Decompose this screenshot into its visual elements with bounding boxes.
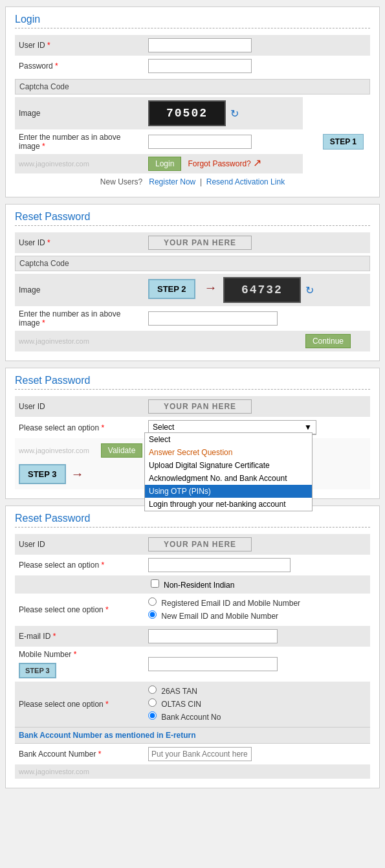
watermark-1: www.jagoinvestor.com: [19, 160, 89, 168]
login-button[interactable]: Login: [148, 157, 181, 171]
refresh-icon-2[interactable]: ↻: [305, 284, 317, 296]
reset-password-section-3: Reset Password User ID Please select an …: [5, 368, 380, 499]
radio-registered-label: Registered Email ID and Mobile Number: [161, 599, 300, 608]
forgot-password-link[interactable]: Forgot Password?: [188, 159, 250, 168]
non-resident-checkbox[interactable]: [151, 579, 159, 588]
dropdown-arrow-icon: ▼: [304, 423, 312, 432]
radio-bank[interactable]: [148, 711, 157, 720]
login-title: Login: [15, 14, 370, 28]
password-required: *: [55, 61, 58, 71]
password-input[interactable]: [148, 59, 252, 73]
userid-input[interactable]: [148, 38, 252, 52]
userid-required: *: [47, 41, 50, 50]
password-label: Password: [19, 61, 53, 71]
email-label: E-mail ID: [19, 632, 50, 641]
dropdown-item-acknowledgment[interactable]: Acknowledgment No. and Bank Account: [145, 472, 312, 485]
radio-26as-label: 26AS TAN: [161, 687, 197, 696]
dropdown-item-otp[interactable]: Using OTP (PINs): [145, 485, 312, 498]
mobile-input[interactable]: [148, 657, 278, 671]
new-users-row: New Users? Register Now | Resend Activat…: [15, 173, 370, 188]
reset-title-4: Reset Password: [15, 513, 370, 528]
reset-password-section-4: Reset Password User ID Please select an …: [5, 506, 380, 788]
pan-input-3[interactable]: [148, 399, 252, 414]
select-option-label-3: Please select an option: [19, 423, 99, 432]
bank-account-header: Bank Account Number as mentioned in E-re…: [15, 727, 370, 744]
dropdown-item-upload[interactable]: Upload Digital Signature Certificate: [145, 459, 312, 472]
radio-new-email[interactable]: [148, 610, 157, 619]
enter-number-label-2: Enter the number as in above image: [19, 309, 120, 328]
email-mobile-radio-group: Registered Email ID and Mobile Number Ne…: [148, 597, 366, 623]
captcha-image-2: 64732: [223, 277, 301, 303]
reset-title-3: Reset Password: [15, 375, 370, 390]
radio-oltas-label: OLTAS CIN: [161, 700, 201, 709]
captcha-image-1: 70502: [148, 100, 226, 126]
arrow-decoration-1: ↗: [253, 157, 261, 168]
non-resident-label: Non-Resident Indian: [164, 581, 234, 590]
validate-button[interactable]: Validate: [101, 443, 142, 458]
userid-label-4: User ID: [19, 540, 45, 549]
userid-label-2: User ID: [19, 238, 45, 247]
captcha-header-1: Captcha Code: [15, 79, 370, 95]
select-option-label-4: Please select an option: [19, 561, 99, 570]
captcha-header-2: Captcha Code: [15, 256, 370, 271]
continue-button[interactable]: Continue: [305, 334, 351, 348]
refresh-icon-1[interactable]: ↻: [230, 107, 242, 119]
radio-oltas[interactable]: [148, 698, 157, 707]
image-label-2: Image: [19, 285, 40, 295]
arrow-to-captcha: →: [204, 280, 217, 295]
radio-bank-label: Bank Account No: [161, 713, 221, 722]
radio-new-label: New Email ID and Mobile Number: [161, 612, 278, 621]
pan-input-2[interactable]: [148, 236, 252, 250]
step3-box-b: STEP 3: [19, 663, 56, 678]
watermark-2: www.jagoinvestor.com: [19, 337, 89, 345]
dropdown-item-answer[interactable]: Answer Secret Question: [145, 446, 312, 459]
step3-box-a: STEP 3: [19, 464, 66, 484]
pan-input-4[interactable]: [148, 537, 252, 551]
reset-title-2: Reset Password: [15, 211, 370, 226]
radio-registered-email[interactable]: [148, 597, 157, 606]
captcha-input-1[interactable]: [148, 135, 252, 149]
resend-activation-link[interactable]: Resend Activation Link: [206, 177, 285, 186]
captcha-input-2[interactable]: [148, 311, 278, 326]
watermark-3: www.jagoinvestor.com: [19, 447, 89, 454]
tan-cin-bank-radio-group: 26AS TAN OLTAS CIN Bank Account No: [148, 685, 366, 724]
email-input[interactable]: [148, 629, 278, 643]
bank-account-label: Bank Account Number: [19, 750, 96, 759]
login-section: Login User ID * Password * Captcha Code: [5, 6, 380, 197]
arrow-right-3: →: [71, 467, 84, 482]
userid-label: User ID: [19, 41, 45, 50]
step2-box: STEP 2: [148, 279, 195, 299]
mobile-label: Mobile Number: [19, 650, 71, 659]
dropdown-item-select[interactable]: Select: [145, 433, 312, 446]
selected-option-display: Using OTP (PINs): [148, 558, 291, 572]
dropdown-current: Select: [153, 423, 174, 432]
step1-button[interactable]: STEP 1: [323, 134, 364, 150]
image-label-1: Image: [19, 109, 40, 118]
reset-password-section-2: Reset Password User ID * Captcha Code Im…: [5, 204, 380, 361]
enter-number-label-1: Enter the number as in above image: [19, 133, 120, 151]
register-now-link[interactable]: Register Now: [149, 177, 195, 186]
userid-label-3: User ID: [19, 402, 45, 411]
select-one-option2-label: Please select one option: [19, 700, 104, 709]
watermark-4: www.jagoinvestor.com: [19, 768, 89, 775]
dropdown-list-3: Select Answer Secret Question Upload Dig…: [144, 432, 313, 511]
radio-26as[interactable]: [148, 685, 157, 694]
select-one-option-label: Please select one option: [19, 605, 104, 614]
dropdown-item-netbanking[interactable]: Login through your net-banking account: [145, 498, 312, 511]
bank-account-input[interactable]: [148, 747, 252, 761]
new-users-text: New Users?: [100, 177, 142, 186]
